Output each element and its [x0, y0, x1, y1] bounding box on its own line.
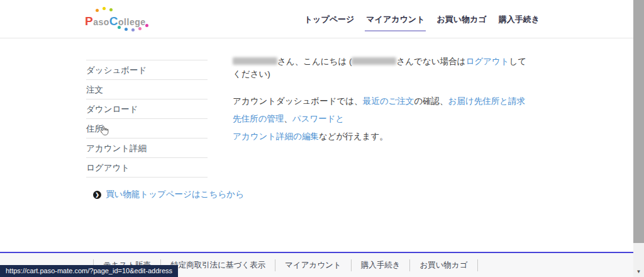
logo-dot-yellow	[103, 7, 106, 10]
vertical-scrollbar[interactable]: ▼	[633, 0, 644, 277]
dashboard-description: アカウントダッシュボードでは、最近のご注文の確認、お届け先住所と請求先住所の管理…	[233, 93, 528, 145]
status-url-tooltip: https://cart.paso-mate.com/?page_id=10&e…	[0, 265, 178, 277]
greeting-line: さん、こんにちは (さんでない場合はログアウトしてください)	[233, 55, 528, 81]
sidebar-item-label: 注文	[86, 85, 103, 94]
sidebar-item-orders[interactable]: 注文	[86, 79, 208, 99]
shop-top-page-link[interactable]: ❯ 買い物籠トップページはこちらから	[93, 189, 244, 200]
account-sidebar: ダッシュボード 注文 ダウンロード 住所 アカウント詳細 ログアウト	[86, 60, 208, 178]
footer-link-checkout[interactable]: 購入手続き	[351, 259, 410, 271]
logo-dot-slate	[131, 28, 135, 31]
hand-cursor-icon	[99, 125, 109, 137]
sidebar-item-label: ダウンロード	[86, 105, 138, 114]
greeting-text: さんでない場合は	[396, 57, 465, 66]
footer-divider	[477, 259, 478, 271]
footer-link-my-account[interactable]: マイアカウント	[275, 259, 351, 271]
sidebar-item-account-details[interactable]: アカウント詳細	[86, 138, 208, 157]
redacted-username	[352, 57, 396, 65]
sidebar-item-label: ダッシュボード	[86, 65, 147, 75]
description-text: アカウントダッシュボードでは、	[233, 96, 363, 106]
dashboard-content: さん、こんにちは (さんでない場合はログアウトしてください) アカウントダッシュ…	[233, 55, 528, 145]
main-nav: トップページ マイアカウント お買い物カゴ 購入手続き	[304, 14, 540, 31]
site-logo[interactable]: PasoCollege	[85, 8, 157, 33]
greeting-text: さん、こんにちは (	[277, 57, 352, 66]
scrollbar-thumb[interactable]	[633, 0, 644, 243]
arrow-circle-icon: ❯	[93, 191, 101, 199]
description-text: などが行えます。	[319, 132, 388, 141]
site-header: PasoCollege トップページ マイアカウント お買い物カゴ 購入手続き	[0, 0, 633, 38]
footer-link-cart[interactable]: お買い物カゴ	[409, 259, 477, 271]
nav-cart[interactable]: お買い物カゴ	[436, 14, 486, 31]
sidebar-item-downloads[interactable]: ダウンロード	[86, 99, 208, 118]
logout-link[interactable]: ログアウト	[465, 57, 509, 66]
description-text: 、	[284, 114, 292, 123]
sidebar-item-label: アカウント詳細	[86, 144, 147, 153]
sidebar-item-label: ログアウト	[86, 163, 130, 172]
redacted-username	[233, 57, 277, 65]
shop-link-label: 買い物籠トップページはこちらから	[106, 189, 244, 200]
nav-checkout[interactable]: 購入手続き	[499, 14, 540, 31]
password-account-link[interactable]: パスワードと	[292, 114, 345, 123]
browser-viewport: PasoCollege トップページ マイアカウント お買い物カゴ 購入手続き …	[0, 0, 644, 277]
sidebar-item-logout[interactable]: ログアウト	[86, 157, 208, 177]
logo-wordmark: PasoCollege	[85, 14, 146, 28]
nav-top-page[interactable]: トップページ	[304, 14, 355, 31]
recent-orders-link[interactable]: 最近のご注文	[363, 96, 414, 106]
sidebar-item-addresses[interactable]: 住所	[86, 118, 208, 138]
scroll-down-arrow-icon[interactable]: ▼	[633, 268, 644, 277]
description-text: の確認、	[414, 96, 448, 106]
logo-dot-magenta	[145, 24, 148, 27]
logo-dot-green	[109, 8, 113, 11]
sidebar-item-dashboard[interactable]: ダッシュボード	[86, 60, 208, 79]
nav-my-account[interactable]: マイアカウント	[366, 14, 425, 31]
password-account-link[interactable]: アカウント詳細の編集	[233, 132, 319, 141]
logo-dot-orange	[96, 9, 99, 12]
